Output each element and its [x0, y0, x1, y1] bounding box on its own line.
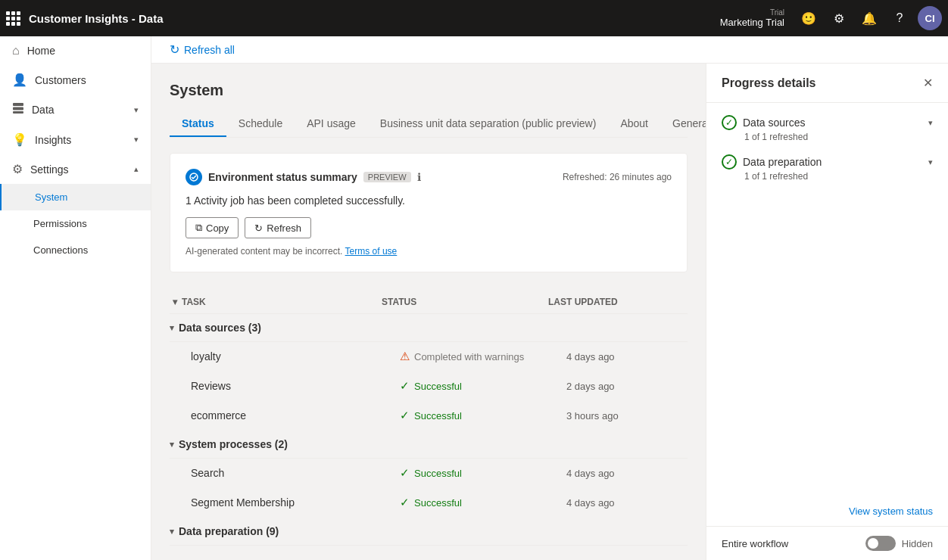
page-title: System: [170, 82, 688, 99]
group-data-preparation[interactable]: ▾ Data preparation (9): [170, 518, 688, 546]
row-updated-reviews: 2 days ago: [566, 381, 688, 392]
svg-rect-0: [13, 103, 23, 106]
warn-icon: ⚠: [400, 350, 410, 363]
sidebar-item-system[interactable]: System: [0, 184, 151, 210]
insights-chevron-icon: ▾: [134, 135, 139, 145]
progress-item-title-data-sources: Data sources: [743, 117, 922, 129]
notifications-icon[interactable]: 🔔: [857, 6, 881, 30]
emoji-icon[interactable]: 🙂: [797, 6, 821, 30]
group-data-preparation-chevron: ▾: [170, 527, 174, 537]
progress-footer: Entire workflow Hidden: [706, 526, 948, 560]
check-circle-data-sources: ✓: [722, 115, 737, 130]
sidebar-item-permissions[interactable]: Permissions: [0, 210, 151, 237]
group-system-processes-label: System processes (2): [179, 438, 288, 450]
tab-status[interactable]: Status: [170, 111, 226, 137]
col-status-header: Status: [382, 297, 548, 307]
close-button[interactable]: ✕: [923, 76, 933, 90]
sidebar-item-data[interactable]: Data ▾: [0, 95, 151, 125]
group-system-processes[interactable]: ▾ System processes (2): [170, 431, 688, 459]
row-task-search: Search: [188, 467, 400, 479]
avatar[interactable]: CI: [918, 6, 942, 30]
status-message: 1 Activity job has been completed succes…: [186, 194, 672, 207]
tab-general[interactable]: General: [660, 111, 706, 137]
sidebar-item-home[interactable]: ⌂ Home: [0, 36, 151, 65]
svg-rect-2: [13, 111, 23, 114]
success-icon: ✓: [400, 379, 410, 393]
sidebar-item-insights[interactable]: 💡 Insights ▾: [0, 125, 151, 154]
tabs: Status Schedule API usage Business unit …: [170, 111, 688, 138]
progress-panel: Progress details ✕ ✓ Data sources ▾ 1: [706, 64, 948, 560]
main-layout: ⌂ Home 👤 Customers Data ▾ 💡 Insights ▾ ⚙…: [0, 36, 948, 560]
status-card: Environment status summary PREVIEW ℹ Ref…: [170, 153, 688, 272]
tab-schedule[interactable]: Schedule: [226, 111, 295, 137]
row-status-reviews: ✓ Successful: [400, 379, 566, 393]
row-status-segment: ✓ Successful: [400, 496, 566, 509]
success-icon: ✓: [400, 466, 410, 480]
group-data-sources-chevron: ▾: [170, 323, 174, 333]
table-header: ▾ Task Status Last updated: [170, 291, 688, 314]
sidebar: ⌂ Home 👤 Customers Data ▾ 💡 Insights ▾ ⚙…: [0, 36, 151, 560]
info-icon[interactable]: ℹ: [417, 171, 421, 183]
tab-about[interactable]: About: [608, 111, 660, 137]
progress-header: Progress details ✕: [706, 64, 948, 103]
page-content: System Status Schedule API usage Busines…: [151, 64, 706, 560]
check-circle-data-prep: ✓: [722, 154, 737, 170]
row-updated-loyalty: 4 days ago: [566, 351, 688, 362]
success-icon: ✓: [400, 409, 410, 422]
toggle-area: Hidden: [865, 536, 933, 551]
task-table: ▾ Task Status Last updated ▾ Data source…: [170, 291, 688, 546]
refresh-all-button[interactable]: ↻ Refresh all: [170, 42, 235, 57]
refresh-bar: ↻ Refresh all: [151, 36, 948, 64]
view-system-status-link[interactable]: View system status: [706, 502, 948, 526]
entire-workflow-toggle[interactable]: [865, 536, 896, 551]
terms-link[interactable]: Terms of use: [345, 246, 398, 257]
tab-api-usage[interactable]: API usage: [295, 111, 368, 137]
settings-nav-icon: ⚙: [12, 162, 23, 176]
refresh-button[interactable]: ↻ Refresh: [245, 217, 311, 238]
refresh-all-icon: ↻: [170, 42, 179, 57]
col-updated-header: Last updated: [548, 297, 688, 307]
sidebar-item-connections[interactable]: Connections: [0, 237, 151, 263]
row-task-ecommerce: ecommerce: [188, 409, 400, 422]
row-updated-search: 4 days ago: [566, 468, 688, 479]
row-updated-segment: 4 days ago: [566, 497, 688, 509]
home-icon: ⌂: [12, 44, 20, 58]
group-data-preparation-label: Data preparation (9): [179, 525, 279, 537]
table-row: ecommerce ✓ Successful 3 hours ago: [170, 401, 688, 431]
topbar: Customer Insights - Data Trial Marketing…: [0, 0, 948, 36]
toggle-thumb: [868, 538, 878, 549]
progress-chevron-data-sources[interactable]: ▾: [928, 118, 933, 128]
topbar-right: Trial Marketing Trial 🙂 ⚙ 🔔 ? CI: [720, 6, 942, 30]
progress-item-title-data-prep: Data preparation: [743, 156, 922, 168]
env-icon: [186, 169, 202, 185]
status-card-header: Environment status summary PREVIEW ℹ Ref…: [186, 169, 672, 185]
settings-icon[interactable]: ⚙: [827, 6, 851, 30]
row-status-ecommerce: ✓ Successful: [400, 409, 566, 422]
app-title: Customer Insights - Data: [29, 12, 720, 25]
col-task-header: ▾ Task: [170, 297, 382, 307]
row-task-reviews: Reviews: [188, 380, 400, 392]
preview-badge: PREVIEW: [363, 172, 411, 182]
row-task-loyalty: loyalty: [188, 350, 400, 362]
progress-item-data-sources: ✓ Data sources ▾ 1 of 1 refreshed: [722, 115, 933, 142]
trial-badge: Trial Marketing Trial: [720, 8, 784, 28]
customers-icon: 👤: [12, 73, 27, 87]
help-icon[interactable]: ?: [887, 6, 912, 30]
progress-item-data-preparation: ✓ Data preparation ▾ 1 of 1 refreshed: [722, 154, 933, 182]
sidebar-item-customers[interactable]: 👤 Customers: [0, 65, 151, 95]
insights-icon: 💡: [12, 132, 27, 147]
row-status-search: ✓ Successful: [400, 466, 566, 480]
progress-chevron-data-prep[interactable]: ▾: [928, 157, 933, 167]
data-icon: [12, 102, 24, 117]
sidebar-item-settings[interactable]: ⚙ Settings ▴: [0, 154, 151, 184]
table-row: Search ✓ Successful 4 days ago: [170, 459, 688, 488]
copy-button[interactable]: ⧉ Copy: [186, 217, 239, 238]
app-menu-icon[interactable]: [6, 11, 20, 25]
svg-rect-1: [13, 107, 23, 110]
table-row: loyalty ⚠ Completed with warnings 4 days…: [170, 342, 688, 372]
workflow-label: Entire workflow: [722, 538, 788, 549]
tab-business-unit[interactable]: Business unit data separation (public pr…: [368, 111, 609, 137]
group-data-sources[interactable]: ▾ Data sources (3): [170, 314, 688, 342]
settings-chevron-icon: ▴: [134, 164, 139, 174]
group-data-sources-label: Data sources (3): [179, 322, 261, 334]
